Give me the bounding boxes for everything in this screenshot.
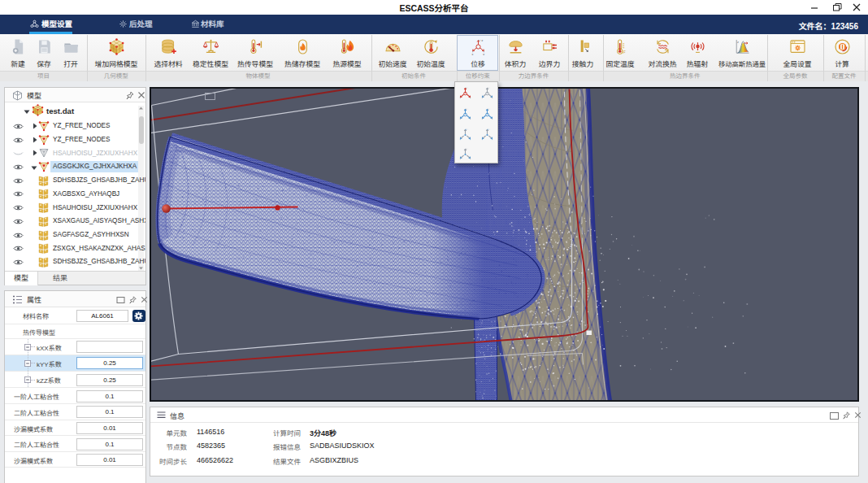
svg-text:z: z <box>737 40 739 44</box>
svg-text:F: F <box>623 50 625 54</box>
svg-text:x: x <box>471 53 473 55</box>
svg-text:z: z <box>481 39 483 42</box>
svg-text:y: y <box>483 53 484 55</box>
